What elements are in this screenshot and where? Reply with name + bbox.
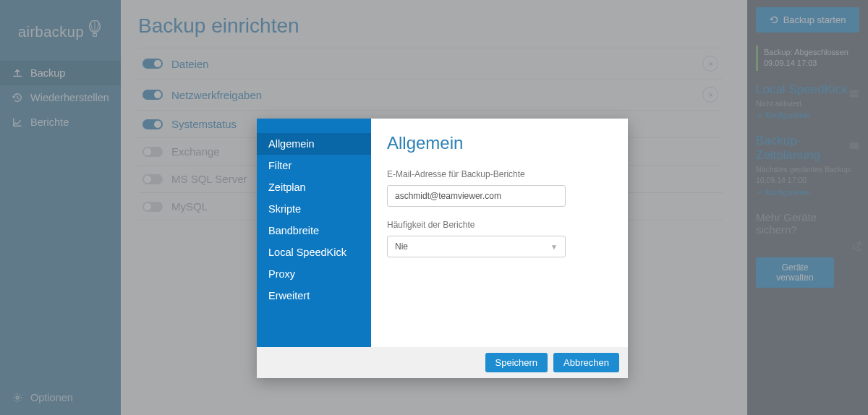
settings-modal: AllgemeinFilterZeitplanSkripteBandbreite…	[257, 119, 628, 378]
modal-nav-item[interactable]: Bandbreite	[257, 220, 371, 241]
modal-nav-item[interactable]: Skripte	[257, 198, 371, 220]
modal-footer: Speichern Abbrechen	[257, 347, 628, 378]
modal-title: Allgemein	[387, 133, 612, 153]
modal-nav-item[interactable]: Allgemein	[257, 133, 371, 155]
modal-nav-item[interactable]: Erweitert	[257, 285, 371, 307]
select-value: Nie	[395, 241, 408, 252]
cancel-button[interactable]: Abbrechen	[553, 353, 619, 372]
modal-nav-item[interactable]: Filter	[257, 155, 371, 176]
modal-nav-item[interactable]: Proxy	[257, 263, 371, 285]
modal-nav-item[interactable]: Local SpeedKick	[257, 241, 371, 263]
modal-content: Allgemein E-Mail-Adresse für Backup-Beri…	[371, 119, 628, 347]
frequency-label: Häufigkeit der Berichte	[387, 220, 612, 230]
modal-nav-item[interactable]: Zeitplan	[257, 176, 371, 198]
email-input[interactable]	[387, 185, 566, 207]
frequency-select[interactable]: Nie ▼	[387, 236, 566, 257]
save-button[interactable]: Speichern	[485, 353, 548, 372]
modal-nav: AllgemeinFilterZeitplanSkripteBandbreite…	[257, 119, 371, 347]
chevron-down-icon: ▼	[550, 243, 558, 251]
email-label: E-Mail-Adresse für Backup-Berichte	[387, 169, 612, 179]
